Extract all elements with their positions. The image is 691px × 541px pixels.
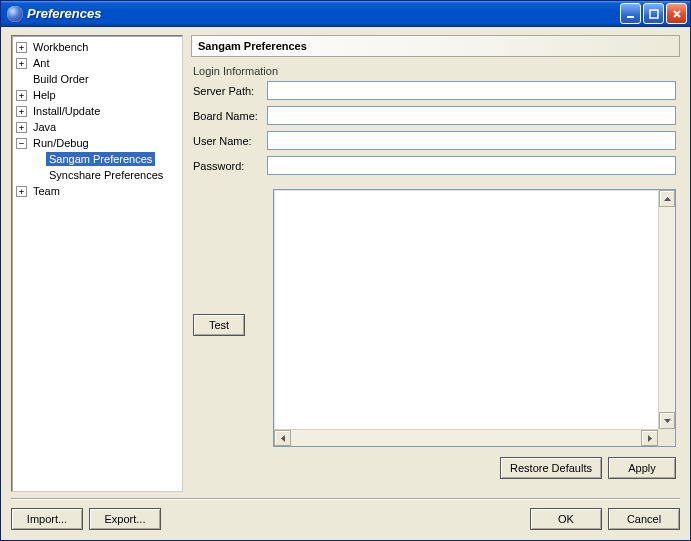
- output-text-area[interactable]: [273, 189, 676, 447]
- tree-item-java[interactable]: +Java: [12, 119, 182, 135]
- test-button[interactable]: Test: [193, 314, 245, 336]
- scroll-down-icon[interactable]: [659, 412, 675, 429]
- tree-item-team[interactable]: +Team: [12, 183, 182, 199]
- import-button[interactable]: Import...: [11, 508, 83, 530]
- preferences-tree[interactable]: +Workbench +Ant Build Order +Help +Insta…: [11, 35, 183, 492]
- expand-icon[interactable]: +: [16, 122, 27, 133]
- ok-button[interactable]: OK: [530, 508, 602, 530]
- tree-item-syncshare-preferences[interactable]: Syncshare Preferences: [12, 167, 182, 183]
- preferences-detail-panel: Sangam Preferences Login Information Ser…: [191, 35, 680, 492]
- separator: [11, 498, 680, 500]
- scroll-up-icon[interactable]: [659, 190, 675, 207]
- titlebar[interactable]: Preferences: [1, 1, 690, 27]
- horizontal-scrollbar[interactable]: [274, 429, 675, 446]
- svg-rect-0: [627, 16, 634, 18]
- user-name-label: User Name:: [193, 135, 267, 147]
- tree-item-workbench[interactable]: +Workbench: [12, 39, 182, 55]
- minimize-button[interactable]: [620, 3, 641, 24]
- expand-icon[interactable]: +: [16, 186, 27, 197]
- scroll-corner: [658, 429, 675, 446]
- expand-icon[interactable]: +: [16, 58, 27, 69]
- tree-item-build-order[interactable]: Build Order: [12, 71, 182, 87]
- tree-item-help[interactable]: +Help: [12, 87, 182, 103]
- restore-defaults-button[interactable]: Restore Defaults: [500, 457, 602, 479]
- user-name-input[interactable]: [267, 131, 676, 150]
- tree-item-ant[interactable]: +Ant: [12, 55, 182, 71]
- tree-item-sangam-preferences[interactable]: Sangam Preferences: [12, 151, 182, 167]
- server-path-label: Server Path:: [193, 85, 267, 97]
- expand-icon[interactable]: +: [16, 42, 27, 53]
- server-path-input[interactable]: [267, 81, 676, 100]
- password-input[interactable]: [267, 156, 676, 175]
- vertical-scrollbar[interactable]: [658, 190, 675, 429]
- expand-icon[interactable]: +: [16, 90, 27, 101]
- close-button[interactable]: [666, 3, 687, 24]
- panel-title: Sangam Preferences: [191, 35, 680, 57]
- tree-item-run-debug[interactable]: −Run/Debug: [12, 135, 182, 151]
- window-title: Preferences: [27, 6, 620, 21]
- scroll-right-icon[interactable]: [641, 430, 658, 446]
- collapse-icon[interactable]: −: [16, 138, 27, 149]
- cancel-button[interactable]: Cancel: [608, 508, 680, 530]
- password-label: Password:: [193, 160, 267, 172]
- maximize-button[interactable]: [643, 3, 664, 24]
- preferences-window: Preferences +Workbench +Ant Build Order …: [0, 0, 691, 541]
- apply-button[interactable]: Apply: [608, 457, 676, 479]
- login-info-label: Login Information: [193, 65, 676, 77]
- tree-item-install-update[interactable]: +Install/Update: [12, 103, 182, 119]
- eclipse-icon: [7, 6, 23, 22]
- board-name-input[interactable]: [267, 106, 676, 125]
- export-button[interactable]: Export...: [89, 508, 161, 530]
- board-name-label: Board Name:: [193, 110, 267, 122]
- scroll-left-icon[interactable]: [274, 430, 291, 446]
- content-area: +Workbench +Ant Build Order +Help +Insta…: [1, 27, 690, 540]
- expand-icon[interactable]: +: [16, 106, 27, 117]
- svg-rect-1: [650, 10, 658, 18]
